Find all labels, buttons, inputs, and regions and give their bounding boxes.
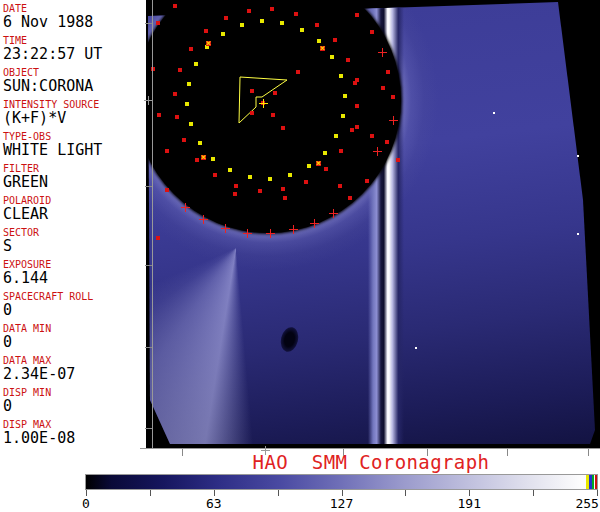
colorbar-tick (278, 490, 279, 496)
colorbar (85, 474, 598, 490)
sun-outline-polygon (239, 77, 287, 123)
colorbar-tick (150, 490, 151, 496)
colorbar-tick-label: 0 (82, 496, 90, 511)
colorbar-saturation-stripe (595, 475, 598, 489)
footer: HAO SMM Coronagraph 063127191255 (0, 448, 600, 512)
colorbar-tick-label: 127 (330, 496, 353, 511)
image-title: HAO SMM Coronagraph (253, 451, 490, 473)
colorbar-tick (405, 490, 406, 496)
colorbar-tick-label: 191 (458, 496, 481, 511)
colorbar-tick-label: 255 (575, 496, 598, 511)
colorbar-tick-label: 63 (206, 496, 222, 511)
colorbar-tick (533, 490, 534, 496)
smm-coronagraph-viewer: DATE6 Nov 1988TIME23:22:57 UTOBJECTSUN:C… (0, 0, 600, 512)
sun-outline-overlay (0, 0, 600, 448)
